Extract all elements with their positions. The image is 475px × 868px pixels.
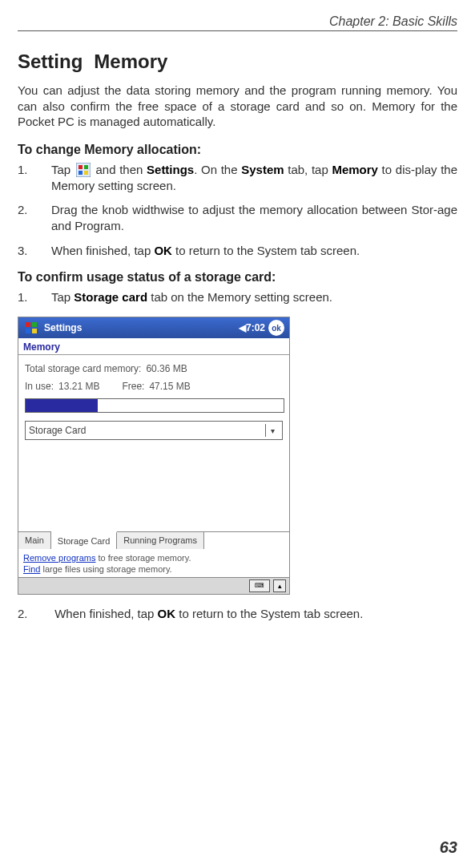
step-number: 1. — [18, 162, 28, 178]
list-item: 3. When finished, tap OK to return to th… — [18, 243, 457, 259]
tab-main[interactable]: Main — [18, 532, 51, 549]
total-value: 60.36 MB — [146, 363, 187, 374]
storage-card-dropdown[interactable]: Storage Card ▾ — [25, 421, 283, 440]
window-title: Settings — [44, 322, 82, 333]
ok-button[interactable]: ok — [268, 320, 284, 336]
remove-programs-link[interactable]: Remove programs — [23, 553, 95, 563]
bold-term: Settings — [147, 163, 194, 176]
step-number: 1. — [18, 289, 28, 305]
svg-rect-1 — [78, 165, 83, 169]
screen-body: Total storage card memory: 60.36 MB In u… — [18, 355, 289, 531]
bold-term: Memory — [332, 163, 378, 176]
titlebar: Settings ◀ 7:02 ok — [18, 317, 289, 338]
free-label: Free: — [122, 381, 144, 392]
list-item: 2. Drag the knob widthwise to adjust the… — [18, 202, 457, 235]
embedded-screenshot: Settings ◀ 7:02 ok Memory Total storage … — [18, 317, 290, 595]
step-text: Drag the knob widthwise to adjust the me… — [51, 203, 457, 232]
sip-arrow-icon[interactable]: ▴ — [273, 579, 286, 592]
section-b-title: To confirm usage status of a storage car… — [18, 270, 457, 285]
step-text: When finished, tap — [51, 244, 154, 257]
title-part-1: Setting — [18, 50, 83, 72]
bottom-tabs: Main Storage Card Running Programs — [18, 531, 289, 549]
keyboard-icon[interactable]: ⌨ — [249, 579, 270, 592]
usage-progress-bar — [25, 398, 284, 413]
free-value: 47.15 MB — [149, 381, 190, 392]
sip-bar: ⌨ ▴ — [18, 577, 289, 594]
hints-area: Remove programs to free storage memory. … — [18, 549, 289, 577]
bold-term: Storage card — [74, 290, 147, 304]
title-part-2: Memory — [94, 50, 167, 72]
usage-progress-fill — [26, 399, 98, 412]
bold-term: System — [241, 163, 284, 176]
section-a-title: To change Memory allocation: — [18, 143, 457, 157]
step-text: Tap — [51, 290, 74, 304]
svg-rect-7 — [26, 329, 30, 333]
intro-paragraph: You can adjust the data storing memory a… — [18, 83, 457, 130]
section-b-list-1: 1. Tap Storage card tab on the Memory se… — [18, 289, 457, 305]
chevron-down-icon[interactable]: ▾ — [265, 424, 279, 437]
find-link[interactable]: Find — [23, 564, 40, 574]
section-a-list: 1. Tap and then Settings. On the System … — [18, 162, 457, 259]
screen-heading: Memory — [18, 338, 289, 355]
list-item: 1. Tap Storage card tab on the Memory se… — [18, 289, 457, 305]
page-number: 63 — [440, 838, 457, 857]
step-text: tab, tap — [284, 163, 332, 176]
hint-text: to free storage memory. — [95, 553, 191, 563]
total-label: Total storage card memory: — [25, 363, 141, 374]
list-item: 2. When finished, tap OK to return to th… — [18, 606, 457, 622]
step-text: Tap — [51, 163, 74, 176]
step-text: to return to the System tab screen. — [172, 244, 360, 257]
list-item: 1. Tap and then Settings. On the System … — [18, 162, 457, 195]
bold-term: OK — [158, 607, 176, 620]
step-number: 2. — [18, 202, 28, 218]
svg-rect-8 — [32, 329, 37, 333]
svg-rect-4 — [84, 171, 88, 175]
dropdown-value: Storage Card — [29, 425, 86, 436]
tab-running-programs[interactable]: Running Programs — [117, 532, 204, 549]
step-text: to return to the System tab screen. — [175, 607, 363, 620]
bold-term: OK — [154, 244, 172, 257]
section-b-list-2: 2. When finished, tap OK to return to th… — [18, 606, 457, 622]
tab-storage-card[interactable]: Storage Card — [51, 531, 117, 549]
inuse-label: In use: — [25, 381, 54, 392]
start-flag-icon[interactable] — [23, 321, 39, 335]
svg-rect-6 — [32, 322, 37, 327]
step-text: tab on the Memory setting screen. — [147, 290, 332, 304]
clock-time: 7:02 — [246, 322, 265, 333]
svg-rect-5 — [26, 322, 30, 327]
svg-rect-0 — [76, 163, 91, 177]
step-text: . On the — [194, 163, 241, 176]
volume-icon[interactable]: ◀ 7:02 — [239, 322, 265, 333]
start-icon — [76, 163, 91, 177]
step-number: 3. — [18, 243, 28, 259]
step-text: When finished, tap — [54, 607, 157, 620]
inuse-value: 13.21 MB — [58, 381, 99, 392]
step-number: 2. — [18, 606, 28, 622]
page-title: SettingMemory — [18, 50, 457, 73]
hint-text: large files using storage memory. — [40, 564, 171, 574]
svg-rect-2 — [84, 165, 88, 169]
step-text: and then — [96, 163, 147, 176]
chapter-header: Chapter 2: Basic Skills — [18, 14, 457, 31]
svg-rect-3 — [78, 171, 83, 175]
